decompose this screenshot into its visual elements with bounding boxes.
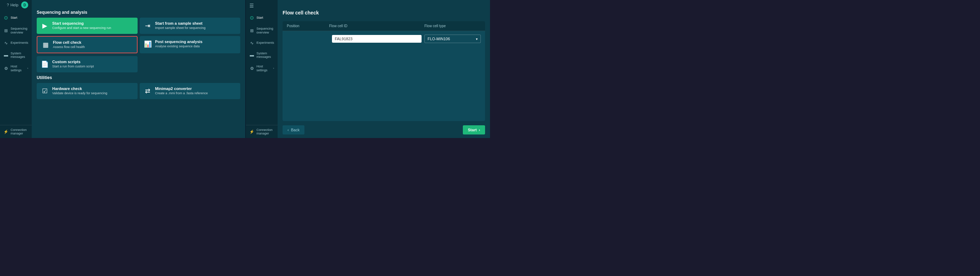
main-content-left: Sequencing and analysis ▶ Start sequenci…: [32, 0, 245, 138]
cell-flow-cell-id: [332, 35, 422, 43]
sidebar-right-connection[interactable]: ⚡ Connection manager: [246, 125, 278, 138]
messages-icon-right: ▬: [250, 53, 255, 57]
help-button-left[interactable]: ? Help: [7, 3, 18, 7]
help-label-left: Help: [10, 3, 18, 7]
connection-icon: ⚡: [3, 129, 8, 134]
sidebar-start-label: Start: [11, 16, 17, 20]
flow-cell-check-title: Flow cell check: [53, 40, 85, 45]
utilities-cards-row: ☑ Hardware check Validate device is read…: [37, 83, 240, 99]
card-flow-cell-check[interactable]: ▦ Flow cell check Assess flow cell healt…: [37, 36, 138, 54]
utilities-title: Utilities: [37, 75, 240, 80]
start-button[interactable]: Start ›: [463, 125, 485, 134]
grid-icon: ⊞: [3, 28, 8, 33]
settings-icon: ⚙: [3, 66, 8, 71]
sidebar-left: ☰ ⊙ Start ⊞ Sequencing overview ∿ Experi…: [0, 0, 32, 138]
sequencing-cards-grid: ▶ Start sequencing Configure and start a…: [37, 18, 240, 53]
sidebar-item-sequencing-overview[interactable]: ⊞ Sequencing overview: [0, 24, 32, 37]
sidebar-right-settings-label: Host settings: [256, 65, 271, 72]
sidebar-settings-label: Host settings: [11, 65, 25, 72]
start-label: Start: [468, 128, 477, 132]
grid-icon-right: ⊞: [250, 28, 255, 33]
connection-icon-right: ⚡: [250, 129, 255, 134]
sample-sheet-desc: Import sample sheet for sequencing: [155, 26, 206, 30]
start-icon-right: ⊙: [250, 15, 255, 21]
section-title-sequencing: Sequencing and analysis: [37, 10, 240, 15]
sidebar-msg-label: System messages: [11, 51, 28, 59]
back-button[interactable]: ‹ Back: [283, 125, 304, 134]
start-sequencing-desc: Configure and start a new sequencing run: [52, 26, 111, 30]
sidebar-right-item-experiments[interactable]: ∿ Experiments: [246, 37, 278, 49]
left-panel: ☰ ⊙ Start ⊞ Sequencing overview ∿ Experi…: [0, 0, 245, 138]
sidebar-right-start-label: Start: [256, 16, 263, 20]
import-icon: ⇥: [144, 22, 152, 30]
arrow-right-icon: ›: [27, 67, 28, 70]
chevron-left-icon: ‹: [288, 128, 289, 132]
sidebar-right-item-messages[interactable]: ▬ System messages: [246, 49, 278, 62]
sidebar-right-item-start[interactable]: ⊙ Start: [246, 11, 278, 24]
page-title: Flow cell check: [283, 10, 485, 16]
experiments-icon-right: ∿: [250, 41, 255, 46]
card-sample-sheet[interactable]: ⇥ Start from a sample sheet Import sampl…: [140, 18, 240, 34]
arrow-right-icon-right: ›: [273, 67, 274, 70]
card-custom-scripts[interactable]: 📄 Custom scripts Start a run from custom…: [37, 56, 138, 72]
settings-icon-right: ⚙: [250, 66, 255, 71]
start-icon: ⊙: [3, 15, 8, 21]
sidebar-seq-label: Sequencing overview: [11, 27, 28, 35]
chevron-right-icon: ›: [479, 128, 480, 132]
table-row: FLO-MIN106 ▾: [283, 31, 485, 46]
cell-flow-cell-type: FLO-MIN106 ▾: [425, 35, 481, 43]
hardware-check-title: Hardware check: [52, 86, 107, 91]
utilities-section: Utilities ☑ Hardware check Validate devi…: [37, 75, 240, 99]
table-header: Position Flow cell ID Flow cell type: [283, 21, 485, 31]
experiments-icon: ∿: [3, 41, 8, 46]
sidebar-right: ☰ ⊙ Start ⊞ Sequencing overview ∿ Experi…: [246, 0, 278, 138]
card-minimap2[interactable]: ⇄ Minimap2 converter Create a .mmi from …: [140, 83, 240, 99]
play-icon: ▶: [41, 22, 49, 30]
help-icon-left: ?: [7, 3, 9, 7]
hamburger-icon-right[interactable]: ☰: [246, 0, 278, 11]
sidebar-right-exp-label: Experiments: [256, 41, 274, 45]
flow-cell-type-value: FLO-MIN106: [428, 37, 450, 41]
connection-label-right: Connection manager: [256, 128, 274, 135]
post-sequencing-desc: Analyse existing sequence data: [155, 45, 203, 49]
header-position: Position: [287, 24, 329, 28]
card-post-sequencing[interactable]: 📊 Post sequencing analysis Analyse exist…: [140, 36, 240, 54]
sidebar-right-item-sequencing[interactable]: ⊞ Sequencing overview: [246, 24, 278, 37]
sidebar-item-system-messages[interactable]: ▬ System messages: [0, 49, 32, 62]
back-label: Back: [291, 128, 299, 132]
flow-cell-id-input[interactable]: [332, 35, 422, 43]
sidebar-right-item-settings[interactable]: ⚙ Host settings ›: [246, 62, 278, 75]
custom-scripts-desc: Start a run from custom script: [52, 65, 94, 69]
flow-cell-check-desc: Assess flow cell health: [53, 45, 85, 49]
sidebar-right-seq-label: Sequencing overview: [256, 27, 274, 35]
sidebar-item-host-settings[interactable]: ⚙ Host settings ›: [0, 62, 32, 75]
header-flow-cell-id: Flow cell ID: [329, 24, 425, 28]
hardware-check-desc: Validate device is ready for sequencing: [52, 91, 107, 96]
sidebar-connection-manager[interactable]: ⚡ Connection manager: [0, 125, 32, 138]
start-sequencing-title: Start sequencing: [52, 21, 111, 26]
card-start-sequencing[interactable]: ▶ Start sequencing Configure and start a…: [37, 18, 138, 34]
sidebar-exp-label: Experiments: [11, 41, 28, 45]
topbar-left: ? Help D: [0, 0, 32, 10]
script-icon: 📄: [41, 61, 49, 68]
flow-cell-table: Position Flow cell ID Flow cell type FLO…: [283, 21, 485, 121]
messages-icon: ▬: [3, 53, 8, 57]
custom-scripts-title: Custom scripts: [52, 60, 94, 64]
chevron-down-icon: ▾: [476, 37, 478, 41]
card-hardware-check[interactable]: ☑ Hardware check Validate device is read…: [37, 83, 138, 99]
sidebar-right-msg-label: System messages: [256, 51, 274, 59]
connection-label: Connection manager: [11, 128, 28, 135]
minimap2-desc: Create a .mmi from a .fasta reference: [155, 91, 208, 96]
sidebar-item-start[interactable]: ⊙ Start: [0, 11, 32, 24]
flow-cell-type-select[interactable]: FLO-MIN106 ▾: [425, 35, 481, 43]
main-content-right: Flow cell check Position Flow cell ID Fl…: [278, 0, 490, 138]
user-avatar-left[interactable]: D: [21, 2, 28, 8]
sidebar-item-experiments[interactable]: ∿ Experiments: [0, 37, 32, 49]
hardware-icon: ☑: [41, 87, 49, 95]
minimap2-title: Minimap2 converter: [155, 86, 208, 91]
post-sequencing-title: Post sequencing analysis: [155, 40, 203, 44]
header-flow-cell-type: Flow cell type: [425, 24, 481, 28]
sidebar-top-left: ☰ ⊙ Start ⊞ Sequencing overview ∿ Experi…: [0, 0, 32, 125]
minimap-icon: ⇄: [144, 87, 152, 95]
flow-cell-icon: ▦: [41, 41, 49, 49]
